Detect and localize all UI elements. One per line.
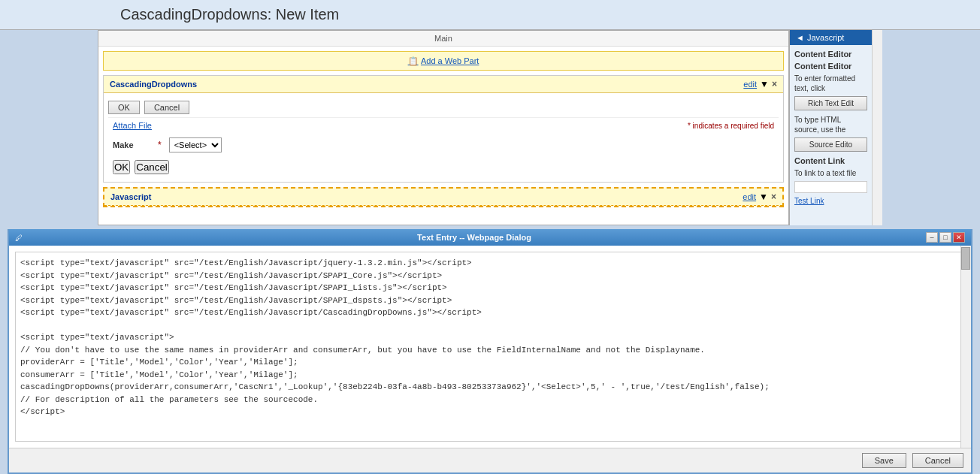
top-form-buttons: OK Cancel xyxy=(108,101,779,114)
make-select[interactable]: <Select> xyxy=(169,137,222,152)
content-link-input-area xyxy=(794,181,867,193)
dialog-cancel-button[interactable]: Cancel xyxy=(912,453,963,468)
make-field-row: Make * <Select> xyxy=(108,133,779,157)
webpart-close-button[interactable]: × xyxy=(772,79,777,89)
bottom-form-buttons: OK Cancel xyxy=(108,157,779,177)
dialog-close-button[interactable]: ✕ xyxy=(953,232,965,243)
right-panel-desc1: To enter formatted text, click xyxy=(794,74,867,93)
right-panel-tab-label: Javascript xyxy=(807,33,845,42)
webpart-title: CascadingDropdowns xyxy=(110,80,197,89)
js-webpart-header: Javascript edit ▼ × xyxy=(104,189,782,206)
attach-row: Attach File * indicates a required field xyxy=(108,117,779,133)
webpart-form: OK Cancel Attach File * indicates a requ… xyxy=(104,93,783,182)
dialog-minimize-button[interactable]: – xyxy=(926,232,938,243)
content-area: Main 📋 Add a Web Part CascadingDropdowns… xyxy=(98,30,882,225)
dialog-content-area xyxy=(9,246,971,448)
required-note: * indicates a required field xyxy=(688,122,774,130)
js-webpart-actions: edit ▼ × xyxy=(743,192,776,202)
ok-button-top[interactable]: OK xyxy=(108,101,140,114)
test-link[interactable]: Test Link xyxy=(794,197,824,205)
main-zone: Main 📋 Add a Web Part CascadingDropdowns… xyxy=(98,30,789,225)
js-webpart-edit-link[interactable]: edit xyxy=(743,192,756,201)
page-title: CascadingDropdowns: New Item xyxy=(0,0,980,30)
ok-button-bottom[interactable]: OK xyxy=(113,160,130,174)
text-entry-dialog: 🖊 Text Entry -- Webpage Dialog – □ ✕ Sav… xyxy=(8,229,972,474)
sp-page: CascadingDropdowns: New Item Main 📋 Add … xyxy=(0,0,980,237)
content-link-title: Content Link xyxy=(794,156,867,165)
dialog-scrollbar[interactable] xyxy=(960,246,971,448)
js-separator: ▼ xyxy=(759,192,768,202)
dialog-save-button[interactable]: Save xyxy=(862,453,906,468)
rich-text-button[interactable]: Rich Text Edit xyxy=(794,96,867,110)
attach-file-link[interactable]: Attach File xyxy=(113,121,152,130)
right-panel-section: Content Editor Content Editor To enter f… xyxy=(790,45,872,210)
js-webpart-close-button[interactable]: × xyxy=(771,192,776,202)
page-scrollbar[interactable] xyxy=(872,30,882,225)
code-textarea[interactable] xyxy=(15,252,965,442)
right-panel: ◄ Javascript Content Editor Content Edit… xyxy=(789,30,872,225)
add-webpart-bar[interactable]: 📋 Add a Web Part xyxy=(103,51,784,71)
dialog-title: Text Entry -- Webpage Dialog xyxy=(417,233,531,242)
cascading-dropdowns-webpart: CascadingDropdowns edit ▼ × OK Cancel At… xyxy=(103,75,784,183)
collapse-icon: ◄ xyxy=(796,33,804,42)
dialog-icon: 🖊 xyxy=(15,234,23,242)
right-panel-subsection: Content Editor xyxy=(794,62,867,71)
make-label: Make xyxy=(113,140,150,149)
right-panel-section-title: Content Editor xyxy=(794,50,867,59)
webpart-separator: ▼ xyxy=(760,79,769,89)
dialog-footer: Save Cancel xyxy=(9,448,971,472)
dialog-maximize-button[interactable]: □ xyxy=(939,232,951,243)
cancel-button-top[interactable]: Cancel xyxy=(144,101,189,114)
dialog-titlebar: 🖊 Text Entry -- Webpage Dialog – □ ✕ xyxy=(9,229,971,246)
zone-header: Main xyxy=(98,31,788,47)
webpart-edit-link[interactable]: edit xyxy=(743,80,757,89)
js-webpart-title: Javascript xyxy=(110,192,151,201)
cancel-button-bottom[interactable]: Cancel xyxy=(135,160,169,174)
add-webpart-label[interactable]: Add a Web Part xyxy=(421,56,479,65)
webpart-header: CascadingDropdowns edit ▼ × xyxy=(104,76,783,93)
make-required: * xyxy=(158,140,162,150)
right-panel-desc2: To type HTML source, use the xyxy=(794,115,867,134)
javascript-webpart: Javascript edit ▼ × xyxy=(103,187,784,207)
webpart-actions: edit ▼ × xyxy=(743,79,777,89)
add-webpart-icon: 📋 xyxy=(408,56,419,65)
content-link-desc: To link to a text file xyxy=(794,168,867,178)
scrollbar-thumb xyxy=(961,247,970,270)
source-editor-button[interactable]: Source Edito xyxy=(794,137,867,152)
dialog-controls: – □ ✕ xyxy=(926,232,965,243)
right-panel-tab[interactable]: ◄ Javascript xyxy=(790,30,872,45)
